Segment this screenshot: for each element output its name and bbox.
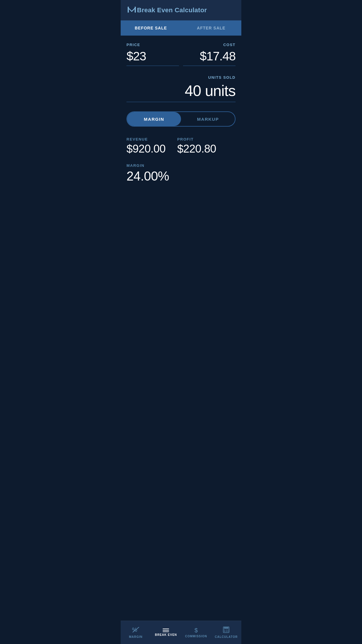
profit-value: $220.80 <box>177 143 216 155</box>
units-value[interactable]: 40 units <box>185 82 236 99</box>
margin-result-value: 24.00% <box>126 169 236 183</box>
profit-label: PROFIT <box>177 137 216 141</box>
cost-value[interactable]: $17.48 <box>200 49 236 63</box>
cost-field: COST $17.48 <box>183 43 236 66</box>
units-section: UNITS SOLD 40 units <box>126 75 236 102</box>
revenue-profit-row: REVENUE $920.00 PROFIT $220.80 <box>126 137 236 155</box>
margin-result-label: MARGIN <box>126 163 236 168</box>
price-underline <box>126 66 179 66</box>
main-content: PRICE $23 COST $17.48 UNITS SOLD 40 unit… <box>121 36 241 193</box>
margin-result-group: MARGIN 24.00% <box>126 163 236 183</box>
price-field: PRICE $23 <box>126 43 179 66</box>
toggle-margin[interactable]: MARGIN <box>127 112 181 126</box>
tab-before-sale[interactable]: BEFORE SALE <box>121 20 181 36</box>
toggle-markup[interactable]: MARKUP <box>181 112 235 126</box>
app-header: Break Even Calculator <box>121 0 241 20</box>
price-cost-section: PRICE $23 COST $17.48 <box>126 43 236 66</box>
page-title: Break Even Calculator <box>137 6 207 14</box>
svg-marker-2 <box>128 7 136 12</box>
bottom-spacer <box>121 193 241 219</box>
units-label: UNITS SOLD <box>208 75 236 80</box>
results-section: REVENUE $920.00 PROFIT $220.80 MARGIN 24… <box>126 137 236 183</box>
profit-group: PROFIT $220.80 <box>177 137 216 155</box>
price-value[interactable]: $23 <box>126 49 146 63</box>
price-label: PRICE <box>126 43 140 47</box>
tab-navigation: BEFORE SALE AFTER SALE <box>121 20 241 36</box>
margin-markup-toggle[interactable]: MARGIN MARKUP <box>126 111 236 127</box>
tab-after-sale[interactable]: AFTER SALE <box>181 20 241 36</box>
revenue-group: REVENUE $920.00 <box>126 137 166 155</box>
revenue-value: $920.00 <box>126 143 166 155</box>
revenue-label: REVENUE <box>126 137 166 141</box>
units-underline <box>126 102 236 102</box>
app-logo <box>126 4 137 16</box>
cost-underline <box>183 66 236 66</box>
cost-label: COST <box>223 43 236 47</box>
